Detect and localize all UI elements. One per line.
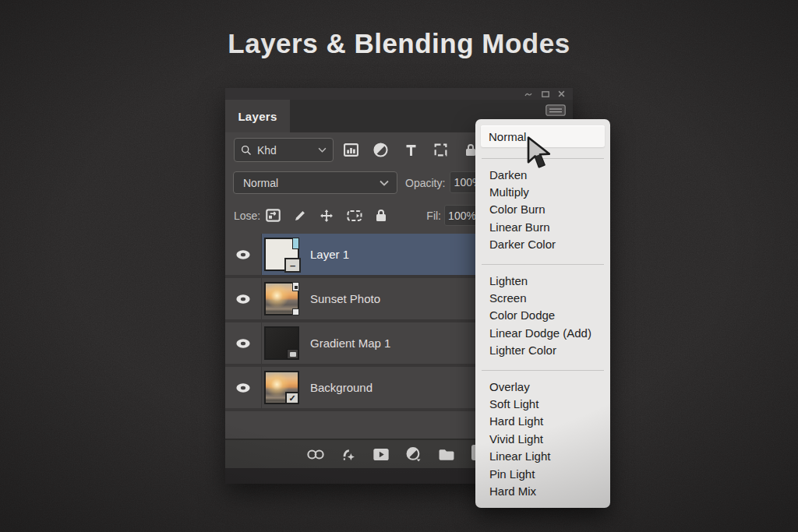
layer-name: Sunset Photo	[310, 292, 380, 305]
blend-mode-value: Normal	[243, 177, 278, 189]
menu-item-normal-highlighted[interactable]: Normal	[481, 125, 605, 147]
blend-mode-menu: NormalDarkenMultiplyColor BurnLinear Bur…	[475, 119, 610, 508]
layer-thumbnail[interactable]	[264, 326, 299, 360]
blend-mode-select[interactable]: Normal	[233, 171, 397, 194]
opacity-label: Opacity:	[405, 171, 445, 194]
filter-icon-bar	[341, 138, 481, 162]
layer-thumbnail[interactable]	[264, 282, 299, 315]
panel-titlebar	[225, 88, 573, 100]
menu-divider	[482, 370, 604, 371]
link-layers-icon[interactable]	[306, 449, 325, 460]
corner-badge-icon	[292, 308, 299, 315]
tab-layers-label: Layers	[238, 110, 277, 123]
chevron-down-icon	[318, 147, 327, 153]
eye-icon	[235, 294, 251, 305]
menu-item-lighter-color[interactable]: Lighter Color	[475, 342, 610, 359]
menu-item-overlay[interactable]: Overlay	[475, 378, 610, 395]
lock-position-icon[interactable]	[320, 209, 334, 223]
adjustment-layer-filter-icon[interactable]	[371, 143, 391, 157]
lock-label: Lose:	[234, 205, 260, 226]
menu-item-darker-color[interactable]: Darker Color	[475, 236, 610, 253]
lock-pixels-icon[interactable]	[294, 210, 306, 222]
menu-divider	[482, 264, 604, 265]
shape-layer-filter-icon[interactable]	[431, 143, 451, 157]
hamburger-menu-icon[interactable]	[546, 104, 566, 116]
visibility-toggle[interactable]	[225, 367, 262, 408]
layer-thumbnail[interactable]: –	[264, 238, 299, 271]
new-adjustment-layer-icon[interactable]	[406, 447, 422, 462]
menu-item-linear-burn[interactable]: Linear Burn	[475, 218, 610, 235]
menu-item-soft-light[interactable]: Soft Light	[475, 395, 610, 412]
lock-all-icon[interactable]	[376, 209, 387, 222]
lock-check-badge-icon: ✓	[285, 392, 299, 404]
search-value: Khd	[257, 144, 277, 157]
eye-icon	[235, 249, 251, 260]
lock-transparency-icon[interactable]	[266, 209, 281, 222]
new-group-icon[interactable]	[439, 448, 455, 461]
menu-item-screen[interactable]: Screen	[475, 289, 610, 306]
menu-item-linear-dodge-add-[interactable]: Linear Dodge (Add)	[475, 324, 610, 341]
eye-icon	[235, 338, 251, 349]
fill-label: Fil:	[418, 205, 441, 226]
layer-effects-icon[interactable]	[341, 447, 356, 462]
clipped-badge-icon: –	[284, 258, 301, 273]
layer-name: Layer 1	[310, 248, 349, 261]
mask-sliver-icon	[292, 238, 299, 249]
menu-item-pin-light[interactable]: Pin Light	[475, 465, 610, 482]
eye-icon	[235, 382, 251, 393]
menu-item-darken[interactable]: Darken	[475, 166, 610, 183]
layer-mask-icon[interactable]	[373, 448, 390, 461]
search-icon	[241, 145, 252, 156]
layer-filter-search[interactable]: Khd	[234, 138, 334, 162]
menu-divider	[482, 158, 604, 159]
layer-name: Background	[310, 381, 373, 394]
adjustment-badge-icon	[287, 349, 298, 359]
menu-item-hard-mix[interactable]: Hard Mix	[475, 482, 610, 499]
pixel-layer-filter-icon[interactable]	[341, 143, 361, 157]
layer-name: Gradient Map 1	[310, 336, 390, 350]
lock-icon-bar	[266, 205, 387, 226]
menu-item-multiply[interactable]: Multiply	[475, 183, 610, 200]
lock-frame-icon[interactable]	[347, 210, 362, 222]
tab-layers[interactable]: Layers	[225, 100, 290, 132]
menu-item-hard-light[interactable]: Hard Light	[475, 413, 610, 430]
menu-item-color-dodge[interactable]: Color Dodge	[475, 307, 610, 324]
menu-item-linear-light[interactable]: Linear Light	[475, 447, 610, 464]
layer-thumbnail[interactable]: ✓	[264, 371, 299, 404]
menu-item-color-burn[interactable]: Color Burn	[475, 201, 610, 218]
chevron-down-icon	[380, 180, 389, 186]
menu-item-lighten[interactable]: Lighten	[475, 272, 610, 289]
page-title: Layers & Blending Modes	[0, 28, 798, 59]
collapse-icon[interactable]	[524, 91, 533, 97]
visibility-toggle[interactable]	[225, 322, 262, 364]
visibility-toggle[interactable]	[225, 234, 262, 275]
type-layer-filter-icon[interactable]	[401, 144, 421, 157]
corner-badge-icon	[292, 282, 299, 291]
visibility-toggle[interactable]	[225, 278, 262, 319]
close-icon[interactable]	[558, 90, 565, 97]
menu-item-vivid-light[interactable]: Vivid Light	[475, 430, 610, 447]
restore-icon[interactable]	[542, 91, 549, 97]
